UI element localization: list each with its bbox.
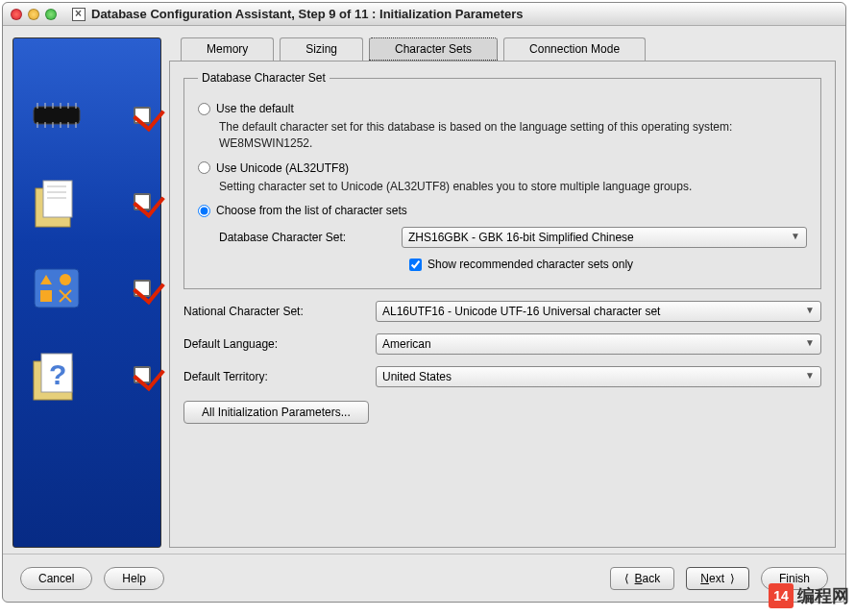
titlebar: Database Configuration Assistant, Step 9… — [3, 3, 845, 26]
sidebar-step-1 — [23, 86, 151, 144]
default-territory-row: Default Territory: United States — [183, 366, 821, 387]
national-charset-select[interactable]: AL16UTF16 - Unicode UTF-16 Universal cha… — [376, 301, 821, 322]
database-charset-group: Database Character Set Use the default T… — [183, 71, 821, 289]
tab-memory[interactable]: Memory — [181, 37, 274, 61]
app-icon — [72, 8, 86, 21]
svg-text:?: ? — [49, 358, 66, 390]
back-button[interactable]: ⟨ BBackack — [610, 567, 675, 590]
radio-label: Use Unicode (AL32UTF8) — [216, 161, 349, 175]
help-button[interactable]: Help — [104, 567, 164, 590]
wizard-sidebar: ? — [12, 37, 161, 548]
next-button[interactable]: NNextext ⟩ — [686, 567, 749, 590]
chevron-left-icon: ⟨ — [624, 572, 629, 585]
all-init-params-button[interactable]: All Initialization Parameters... — [183, 401, 369, 424]
window-body: ? Memory Sizing Character Sets Connectio… — [3, 26, 845, 554]
default-language-row: Default Language: American — [183, 333, 821, 355]
recommended-only-row[interactable]: Show recommended character sets only — [409, 258, 807, 271]
zoom-icon[interactable] — [45, 9, 57, 20]
watermark-badge: 14 — [769, 583, 794, 608]
checkbox-recommended-only[interactable] — [409, 259, 422, 271]
radio-choose-list[interactable] — [198, 205, 210, 217]
sidebar-step-2 — [23, 173, 151, 231]
db-charset-row: Database Character Set: ZHS16GBK - GBK 1… — [219, 227, 807, 248]
shapes-icon — [23, 259, 90, 317]
tab-connection-mode[interactable]: Connection Mode — [503, 37, 646, 61]
documents-icon — [23, 173, 90, 231]
radio-label: Use the default — [216, 102, 294, 115]
option-default-desc: The default character set for this datab… — [219, 119, 807, 152]
window: Database Configuration Assistant, Step 9… — [2, 2, 846, 603]
option-use-unicode[interactable]: Use Unicode (AL32UTF8) — [198, 161, 807, 175]
default-language-label: Default Language: — [183, 337, 366, 351]
national-charset-value: AL16UTF16 - Unicode UTF-16 Universal cha… — [382, 305, 660, 318]
db-charset-select[interactable]: ZHS16GBK - GBK 16-bit Simplified Chinese — [402, 227, 807, 248]
svg-rect-0 — [34, 107, 80, 124]
default-territory-label: Default Territory: — [183, 370, 366, 383]
tab-panel: Database Character Set Use the default T… — [169, 61, 836, 548]
option-choose-list[interactable]: Choose from the list of character sets — [198, 204, 807, 217]
svg-rect-21 — [40, 290, 52, 302]
national-charset-row: National Character Set: AL16UTF16 - Unic… — [183, 301, 821, 322]
checkmark-icon — [134, 280, 151, 297]
cancel-button[interactable]: Cancel — [20, 567, 92, 590]
db-charset-label: Database Character Set: — [219, 231, 392, 244]
sidebar-step-3 — [23, 259, 151, 317]
option-use-default[interactable]: Use the default — [198, 102, 807, 115]
watermark: 14 编程网 — [769, 583, 849, 608]
checkbox-label: Show recommended character sets only — [428, 258, 633, 271]
radio-use-unicode[interactable] — [198, 161, 210, 174]
default-territory-value: United States — [382, 370, 452, 383]
checkmark-icon — [134, 193, 151, 210]
window-controls — [11, 9, 57, 20]
watermark-text: 编程网 — [797, 584, 849, 607]
chevron-right-icon: ⟩ — [730, 572, 735, 585]
tab-sizing[interactable]: Sizing — [280, 37, 363, 61]
checkmark-icon — [134, 107, 151, 124]
default-language-value: American — [382, 337, 431, 351]
chip-icon — [23, 86, 90, 144]
tab-bar: Memory Sizing Character Sets Connection … — [181, 37, 836, 61]
group-legend: Database Character Set — [198, 71, 330, 85]
national-charset-label: National Character Set: — [183, 305, 366, 318]
window-title-text: Database Configuration Assistant, Step 9… — [91, 7, 524, 21]
main-panel: Memory Sizing Character Sets Connection … — [169, 37, 836, 548]
footer: Cancel Help ⟨ BBackack NNextext ⟩ Finish… — [3, 554, 845, 602]
question-folder-icon: ? — [23, 346, 90, 404]
default-territory-select[interactable]: United States — [376, 366, 821, 387]
db-charset-value: ZHS16GBK - GBK 16-bit Simplified Chinese — [408, 231, 634, 244]
radio-label: Choose from the list of character sets — [216, 204, 407, 217]
window-title: Database Configuration Assistant, Step 9… — [72, 7, 524, 21]
tab-character-sets[interactable]: Character Sets — [369, 37, 498, 61]
checkmark-icon — [134, 366, 151, 383]
minimize-icon[interactable] — [28, 9, 39, 20]
option-unicode-desc: Setting character set to Unicode (AL32UT… — [219, 179, 807, 195]
svg-point-20 — [60, 274, 71, 285]
radio-use-default[interactable] — [198, 103, 210, 115]
close-icon[interactable] — [11, 9, 22, 20]
default-language-select[interactable]: American — [376, 333, 821, 355]
sidebar-step-4: ? — [23, 346, 151, 404]
